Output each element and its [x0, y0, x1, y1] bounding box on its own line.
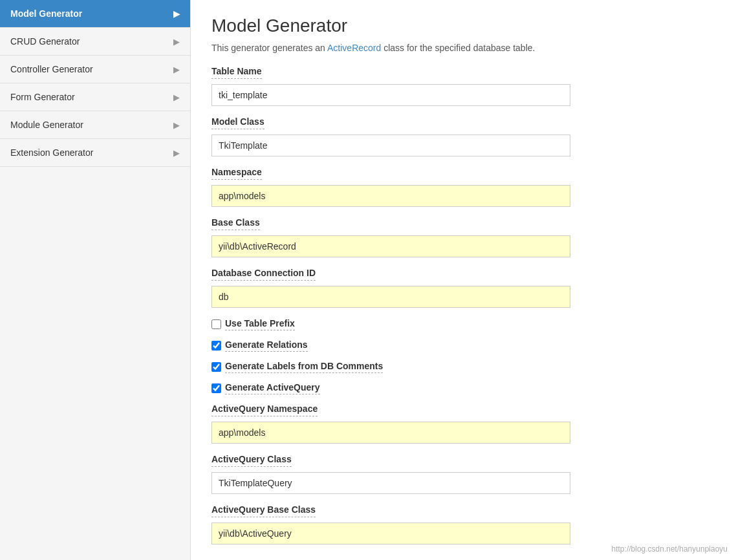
- field-table-name: Table Name: [211, 66, 713, 106]
- sidebar-item-label: Extension Generator: [10, 147, 93, 158]
- checkbox-label-generate-activequery: Generate ActiveQuery: [225, 382, 320, 394]
- input-activequery-namespace[interactable]: [211, 422, 570, 444]
- sidebar-item-controller-generator[interactable]: Controller Generator▶: [0, 56, 190, 83]
- field-namespace: Namespace: [211, 167, 713, 207]
- sidebar-item-label: Controller Generator: [10, 64, 93, 74]
- input-namespace[interactable]: [211, 185, 570, 207]
- input-table-name[interactable]: [211, 84, 570, 106]
- checkbox-group-use-table-prefix: Use Table Prefix: [211, 318, 713, 330]
- chevron-icon: ▶: [173, 92, 180, 102]
- field-activequery-base-class: ActiveQuery Base Class: [211, 504, 713, 544]
- input-activequery-class[interactable]: [211, 472, 570, 494]
- sidebar-item-label: Module Generator: [10, 120, 83, 130]
- sidebar-item-label: Model Generator: [10, 8, 82, 19]
- chevron-icon: ▶: [173, 37, 180, 47]
- label-db-connection: Database Connection ID: [211, 268, 316, 281]
- field-activequery-namespace: ActiveQuery Namespace: [211, 404, 713, 444]
- sidebar-item-extension-generator[interactable]: Extension Generator▶: [0, 139, 190, 167]
- field-base-class: Base Class: [211, 217, 713, 257]
- sidebar: Model Generator▶CRUD Generator▶Controlle…: [0, 0, 191, 560]
- chevron-icon: ▶: [173, 9, 180, 19]
- sidebar-item-model-generator[interactable]: Model Generator▶: [0, 0, 190, 28]
- label-activequery-namespace: ActiveQuery Namespace: [211, 404, 318, 416]
- sidebar-item-module-generator[interactable]: Module Generator▶: [0, 111, 190, 139]
- checkbox-group-generate-labels: Generate Labels from DB Comments: [211, 361, 713, 373]
- desc-suffix: class for the specified database table.: [381, 43, 535, 53]
- chevron-icon: ▶: [173, 148, 180, 158]
- label-model-class: Model Class: [211, 116, 264, 129]
- desc-prefix: This generator generates an: [211, 43, 327, 53]
- label-activequery-base-class: ActiveQuery Base Class: [211, 504, 316, 517]
- sidebar-item-form-generator[interactable]: Form Generator▶: [0, 83, 190, 111]
- activerecord-link[interactable]: ActiveRecord: [327, 43, 381, 53]
- label-namespace: Namespace: [211, 167, 262, 180]
- input-model-class[interactable]: [211, 135, 570, 156]
- chevron-icon: ▶: [173, 120, 180, 130]
- checkboxes-container: Use Table PrefixGenerate RelationsGenera…: [211, 318, 713, 394]
- label-activequery-class: ActiveQuery Class: [211, 454, 292, 467]
- checkbox-generate-labels[interactable]: [211, 362, 221, 372]
- sidebar-item-crud-generator[interactable]: CRUD Generator▶: [0, 28, 190, 56]
- field-activequery-class: ActiveQuery Class: [211, 454, 713, 494]
- input-activequery-base-class[interactable]: [211, 522, 570, 544]
- watermark: http://blog.csdn.net/hanyunpiaoyu: [612, 544, 728, 554]
- checkbox-generate-relations[interactable]: [211, 341, 221, 350]
- page-description: This generator generates an ActiveRecord…: [211, 43, 713, 53]
- sidebar-item-label: Form Generator: [10, 92, 75, 102]
- checkbox-group-generate-relations: Generate Relations: [211, 339, 713, 352]
- checkbox-label-generate-labels: Generate Labels from DB Comments: [225, 361, 383, 373]
- checkbox-label-use-table-prefix: Use Table Prefix: [225, 318, 295, 330]
- checkbox-group-generate-activequery: Generate ActiveQuery: [211, 382, 713, 394]
- checkbox-label-generate-relations: Generate Relations: [225, 339, 308, 352]
- field-model-class: Model Class: [211, 116, 713, 156]
- field-db-connection: Database Connection ID: [211, 268, 713, 308]
- extra-fields: ActiveQuery NamespaceActiveQuery ClassAc…: [211, 404, 713, 544]
- main-content: Model Generator This generator generates…: [191, 0, 734, 560]
- chevron-icon: ▶: [173, 65, 180, 74]
- checkbox-generate-activequery[interactable]: [211, 383, 221, 393]
- page-title: Model Generator: [211, 16, 713, 36]
- input-db-connection[interactable]: [211, 286, 570, 308]
- main-fields: Table NameModel ClassNamespaceBase Class…: [211, 66, 713, 308]
- checkbox-use-table-prefix[interactable]: [211, 319, 221, 329]
- sidebar-item-label: CRUD Generator: [10, 36, 80, 47]
- input-base-class[interactable]: [211, 235, 570, 257]
- label-table-name: Table Name: [211, 66, 262, 79]
- label-base-class: Base Class: [211, 217, 260, 230]
